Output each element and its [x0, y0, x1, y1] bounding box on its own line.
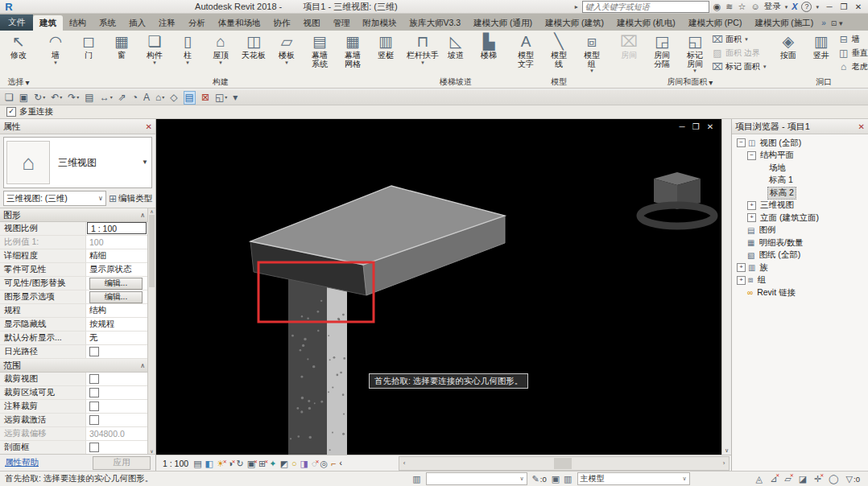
close-hidden-windows-icon[interactable]: ⊠ — [201, 92, 209, 104]
signin-caret-icon[interactable]: ▾ — [785, 2, 788, 12]
minimize-button[interactable]: ─ — [823, 2, 836, 11]
property-checkbox[interactable] — [89, 402, 99, 411]
ribbon-button-4-1-2[interactable]: ⌧标记 面积▼ — [712, 60, 767, 73]
tree-item-2[interactable]: 场地 — [732, 162, 868, 175]
select-by-face-icon[interactable]: ◪ — [799, 474, 807, 484]
favorites-icon[interactable]: ☆ — [738, 2, 746, 12]
tree-item-4[interactable]: 标高 2 — [732, 187, 868, 200]
section-icon[interactable]: ◇ — [170, 92, 177, 104]
displacement-set-icon[interactable]: ◎ — [320, 458, 329, 469]
help-icon[interactable]: ? — [801, 2, 812, 12]
tree-item-0[interactable]: −◫视图 (全部) — [732, 137, 868, 150]
ribbon-tab-8[interactable]: 视图 — [297, 15, 327, 31]
ribbon-button-2-0-0[interactable]: ⊓栏杆扶手▼ — [407, 32, 439, 76]
expand-icon[interactable]: + — [747, 213, 756, 222]
property-value[interactable]: 1 : 100 — [86, 222, 148, 235]
select-pinned-icon[interactable]: ▱✕ — [784, 474, 791, 484]
property-value[interactable] — [86, 441, 148, 454]
tag-by-category-icon[interactable]: ◔ — [132, 92, 138, 104]
property-value[interactable] — [86, 373, 148, 385]
ribbon-button-1-0-4[interactable]: ▯柱▼ — [172, 32, 204, 76]
property-value[interactable]: 编辑... — [86, 290, 148, 303]
design-options-pick-icon[interactable]: ▥ — [564, 474, 572, 484]
signin-person-icon[interactable]: ☺ — [750, 2, 759, 12]
ribbon-tab-7[interactable]: 协作 — [267, 15, 297, 31]
ribbon-panel-label-0[interactable]: 选择▾ — [0, 76, 37, 88]
ribbon-tab-10[interactable]: 附加模块 — [357, 15, 403, 31]
viewport-horizontal-scrollbar[interactable]: ‹ › — [399, 456, 730, 471]
tree-item-1[interactable]: −结构平面 — [732, 150, 868, 163]
ribbon-button-1-0-9[interactable]: ▦幕墙 网格 — [337, 32, 369, 76]
shadows-icon[interactable]: ◑✕ — [228, 458, 234, 469]
ribbon-button-4-0-1[interactable]: ◲房间 分隔 — [646, 32, 678, 76]
expand-icon[interactable]: + — [747, 201, 756, 210]
view-combo[interactable]: 三维视图: (三维)∨ — [3, 191, 106, 206]
ribbon-tab-4[interactable]: 注释 — [152, 15, 182, 31]
hscroll-right-icon[interactable]: › — [719, 459, 729, 467]
ribbon-button-4-1-0[interactable]: ⌧面积▼ — [712, 33, 767, 46]
property-value[interactable]: 结构 — [86, 304, 148, 317]
file-tab[interactable]: 文件 — [0, 14, 33, 31]
view-close-button[interactable]: ✕ — [707, 122, 713, 132]
tree-item-11[interactable]: +⧈组 — [732, 274, 868, 287]
edit-type-button[interactable]: ⊞ 编辑类型 — [109, 193, 152, 204]
ribbon-panel-label-4[interactable]: 房间和面积▾ — [610, 76, 770, 88]
drag-on-selection-icon[interactable]: ✛✕ — [814, 474, 821, 484]
property-value[interactable] — [86, 414, 148, 426]
project-browser-close-icon[interactable]: ✕ — [858, 122, 865, 131]
tree-item-7[interactable]: ▤图例 — [732, 224, 868, 237]
subscription-center-icon[interactable]: ≋ — [725, 2, 733, 12]
ribbon-panel-label-1[interactable]: 构建 — [37, 76, 404, 88]
undo-icon[interactable]: ↶▾ — [51, 92, 62, 104]
property-value[interactable] — [86, 386, 148, 399]
worksets-icon[interactable]: ▥ — [412, 474, 420, 484]
ribbon-button-1-0-10[interactable]: ▥竖梃 — [370, 32, 402, 76]
constraints-icon[interactable]: ⌐ — [331, 458, 336, 469]
save-icon[interactable]: ▣ — [19, 92, 28, 104]
hscroll-thumb[interactable] — [554, 458, 572, 469]
property-value[interactable]: 无 — [86, 332, 148, 344]
crop-view-icon[interactable]: ▣✕ — [247, 458, 255, 469]
property-value-editor[interactable]: 1 : 100 — [87, 222, 147, 234]
ribbon-button-5-1-0[interactable]: ⊟墙 — [838, 33, 868, 46]
property-checkbox[interactable] — [89, 374, 99, 384]
ribbon-button-1-0-6[interactable]: ◫天花板 — [238, 32, 270, 76]
open-icon[interactable]: ❏ — [5, 92, 14, 104]
edit-button[interactable]: 编辑... — [89, 278, 143, 290]
property-value[interactable] — [86, 345, 148, 358]
property-value[interactable]: 精细 — [86, 249, 148, 262]
ribbon-tab-16[interactable]: 建模大师 (施工) — [748, 15, 820, 31]
exchange-apps-icon[interactable]: X — [792, 2, 797, 12]
ribbon-tab-11[interactable]: 族库大师V3.3 — [403, 15, 468, 31]
editing-requests-icon[interactable]: ✎:0 — [532, 474, 547, 484]
select-underlay-icon[interactable]: ⊿✕ — [770, 474, 777, 484]
redo-icon[interactable]: ↷▾ — [68, 92, 79, 104]
search-input[interactable] — [582, 1, 709, 13]
design-options-combo[interactable]: 主模型∨ — [577, 472, 690, 485]
detail-level-icon[interactable]: ▤ — [193, 458, 201, 469]
tree-item-6[interactable]: +立面 (建筑立面) — [732, 212, 868, 224]
switch-windows-icon[interactable]: ◱▾ — [215, 92, 227, 104]
ribbon-tab-14[interactable]: 建模大师 (机电) — [610, 15, 682, 31]
design-options-icon[interactable]: ▣ — [552, 474, 560, 484]
sync-with-central-icon[interactable]: ↻▾ — [34, 92, 45, 104]
ribbon-button-5-0-0[interactable]: ◈按面 — [772, 32, 804, 76]
ribbon-button-5-0-1[interactable]: ▥竖井 — [805, 32, 837, 76]
view-scale-button[interactable]: 1 : 100 — [163, 459, 188, 468]
edit-button[interactable]: 编辑... — [89, 291, 143, 303]
ribbon-tab-6[interactable]: 体量和场地 — [212, 15, 267, 31]
drawing-canvas[interactable]: ─❐✕ 首先拾取: 选择要连接的实心几何图形。 — [156, 119, 721, 455]
print-icon[interactable]: ▤ — [85, 92, 93, 104]
ribbon-tab-15[interactable]: 建模大师 (PC) — [682, 15, 749, 31]
ribbon-tab-12[interactable]: 建模大师 (通用) — [467, 15, 539, 31]
unlocked-view-icon[interactable]: ✦ — [269, 458, 276, 469]
ribbon-panel-label-5[interactable]: 洞口 — [770, 76, 868, 88]
tree-item-12[interactable]: ∞Revit 链接 — [732, 286, 868, 299]
temporary-view-properties-icon[interactable]: ◨ — [300, 458, 308, 469]
text-icon[interactable]: A — [143, 92, 150, 104]
viewport-vertical-scrollbar[interactable]: ∨ — [721, 119, 731, 455]
visual-style-icon[interactable]: ◧ — [205, 458, 213, 469]
ribbon-button-5-1-1[interactable]: ◫垂直 — [838, 47, 868, 60]
property-checkbox[interactable] — [89, 388, 99, 397]
ribbon-button-1-0-3[interactable]: ❏构件▼ — [138, 32, 171, 76]
